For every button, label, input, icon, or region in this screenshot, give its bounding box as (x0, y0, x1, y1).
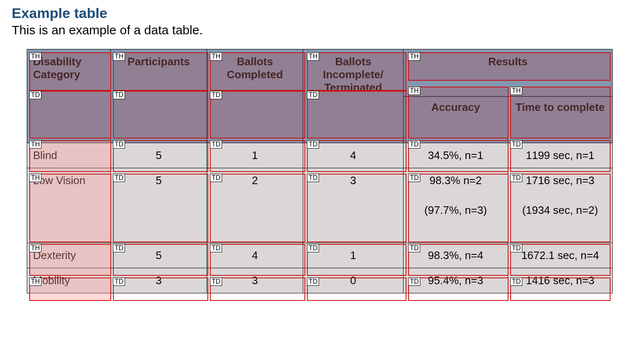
table-cell: 1672.1 sec, n=4 (508, 243, 613, 268)
table-cell: 1716 sec, n=3(1934 sec, n=2) (508, 168, 613, 243)
table-cell: 3 (207, 268, 303, 293)
th-accuracy: Accuracy (404, 97, 508, 143)
th-disability-category: Disability Category (27, 49, 111, 143)
th-time: Time to complete (508, 97, 613, 143)
table-cell: 98.3%, n=4 (404, 243, 508, 268)
table-cell: 98.3% n=2(97.7%, n=3) (404, 168, 508, 243)
table-cell: 5 (111, 143, 207, 168)
table-cell: 1199 sec, n=1 (508, 143, 613, 168)
table-cell: 5 (111, 243, 207, 268)
document-page: Example table This is an example of a da… (0, 0, 644, 318)
table-row: Low Vision 5 2 3 98.3% n=2(97.7%, n=3) 1… (27, 168, 613, 243)
th-ballots-incomplete: Ballots Incomplete/ Terminated (303, 49, 404, 143)
th-results-group: Results (404, 49, 613, 97)
th-ballots-completed: Ballots Completed (207, 49, 303, 143)
table-cell: 34.5%, n=1 (404, 143, 508, 168)
table-cell: 5 (111, 168, 207, 243)
table-cell: 1 (207, 143, 303, 168)
row-header: Low Vision (27, 168, 111, 243)
table-cell: 4 (303, 143, 404, 168)
th-participants: Participants (111, 49, 207, 143)
section-heading: Example table (12, 5, 632, 21)
table-row: Dexterity 5 4 1 98.3%, n=4 1672.1 sec, n… (27, 243, 613, 268)
row-header: Mobility (27, 268, 111, 293)
table-cell: 1 (303, 243, 404, 268)
table-cell: 3 (303, 168, 404, 243)
table-cell: 0 (303, 268, 404, 293)
table-cell: 3 (111, 268, 207, 293)
table-cell: 2 (207, 168, 303, 243)
table-cell: 4 (207, 243, 303, 268)
table-cell: 95.4%, n=3 (404, 268, 508, 293)
row-header: Blind (27, 143, 111, 168)
table-container: Disability Category Participants Ballots… (27, 49, 612, 293)
section-caption: This is an example of a data table. (12, 23, 632, 37)
data-table: Disability Category Participants Ballots… (27, 49, 613, 293)
row-header: Dexterity (27, 243, 111, 268)
table-row: Mobility 3 3 0 95.4%, n=3 1416 sec, n=3 (27, 268, 613, 293)
table-row: Blind 5 1 4 34.5%, n=1 1199 sec, n=1 (27, 143, 613, 168)
table-cell: 1416 sec, n=3 (508, 268, 613, 293)
